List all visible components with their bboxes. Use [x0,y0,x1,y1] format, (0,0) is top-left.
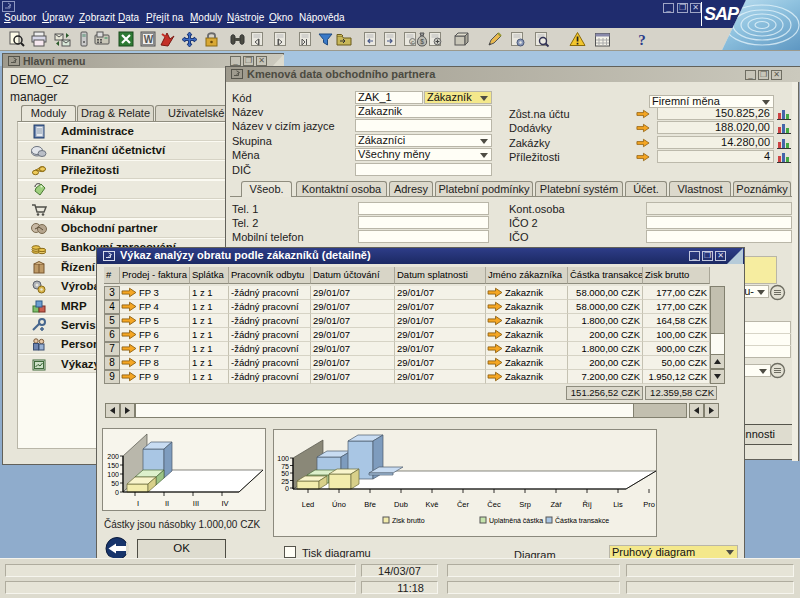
svg-text:100: 100 [277,455,289,462]
svg-text:150: 150 [107,462,119,469]
svg-text:Srp: Srp [519,500,531,509]
svg-text:Kvě: Kvě [426,500,439,509]
svg-text:Zář: Zář [550,500,562,509]
svg-text:100: 100 [107,471,119,478]
svg-text:Lis: Lis [613,500,623,509]
svg-text:Led: Led [302,500,315,509]
svg-text:$: $ [420,38,424,45]
svg-text:Čer: Čer [457,500,470,509]
svg-text:Pro: Pro [643,500,655,509]
svg-text:Zisk brutto: Zisk brutto [392,517,425,524]
svg-text:Dub: Dub [394,500,408,509]
svg-text:200: 200 [107,453,119,460]
svg-text:?: ? [638,32,646,48]
svg-text:0: 0 [115,489,119,496]
svg-text:0: 0 [285,485,289,492]
svg-text:Částka transakce: Částka transakce [555,516,609,524]
svg-text:Uplatněná částka: Uplatněná částka [489,517,543,525]
svg-text:III: III [193,499,199,508]
svg-text:75: 75 [281,463,289,470]
svg-text:W: W [144,34,154,45]
svg-text:Bře: Bře [364,500,376,509]
svg-text:Čec: Čec [487,500,501,509]
svg-text:Úno: Úno [332,500,346,509]
svg-text:IV: IV [221,499,228,508]
svg-text:50: 50 [281,470,289,477]
svg-text:II: II [165,499,169,508]
svg-text:25: 25 [281,478,289,485]
svg-text:I: I [137,499,139,508]
svg-text:Říj: Říj [582,500,592,509]
svg-text:50: 50 [111,480,119,487]
